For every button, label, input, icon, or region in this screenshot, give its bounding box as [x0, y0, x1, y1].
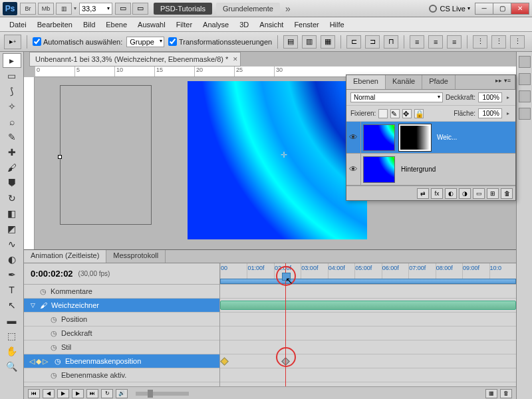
twirl-icon[interactable]: ▽ — [29, 302, 36, 309]
align-button[interactable]: ▤ — [283, 35, 298, 49]
stopwatch-icon[interactable]: ◷ — [51, 343, 57, 352]
layer-name[interactable]: Hintergrund — [397, 166, 515, 173]
dock-icon[interactable] — [519, 108, 531, 120]
new-layer-button[interactable]: ⊞ — [487, 188, 499, 199]
distribute-button[interactable]: ≡ — [447, 35, 462, 49]
delete-button[interactable]: 🗑 — [501, 188, 513, 199]
tab-animation[interactable]: Animation (Zeitleiste) — [24, 250, 106, 263]
distribute-button[interactable]: ⋮ — [510, 35, 525, 49]
menu-3d[interactable]: 3D — [234, 19, 254, 31]
pen-tool[interactable]: ✒ — [3, 267, 21, 282]
minimize-button[interactable]: ─ — [475, 3, 493, 15]
group-button[interactable]: ▭ — [473, 188, 485, 199]
fx-button[interactable]: fx — [431, 188, 443, 199]
fill-arrow-icon[interactable]: ▸ — [505, 110, 511, 116]
dodge-tool[interactable]: ◐ — [3, 252, 21, 267]
track-position[interactable]: ◷Position — [24, 313, 219, 327]
close-tab-icon[interactable]: ✕ — [233, 56, 238, 63]
layer-name[interactable]: Weic... — [433, 134, 515, 141]
lock-transparency-icon[interactable] — [378, 109, 388, 118]
work-area-bar[interactable] — [220, 279, 516, 284]
timeline-area[interactable]: 0001:00f02:00f03:00f04:00f05:00f06:00f07… — [220, 263, 516, 386]
eyedropper-tool[interactable]: ✎ — [3, 130, 21, 144]
tab-ebenen[interactable]: Ebenen — [346, 75, 386, 89]
transform-controls-checkbox[interactable]: Transformationssteuerungen — [168, 37, 272, 46]
link-layers-button[interactable]: ⇄ — [417, 188, 429, 199]
fill-field[interactable]: 100% — [478, 108, 502, 118]
dock-icon[interactable] — [519, 73, 531, 85]
layer-mask-thumbnail[interactable] — [399, 124, 431, 151]
menu-ebene[interactable]: Ebene — [100, 19, 132, 31]
track-ebenenmaskenposition[interactable]: ◁◆▷◷Ebenenmaskenposition — [24, 354, 219, 368]
playhead[interactable] — [285, 263, 286, 386]
prev-frame-button[interactable]: ◀ — [43, 389, 55, 398]
wand-tool[interactable]: ✧ — [3, 99, 21, 114]
menu-ansicht[interactable]: Ansicht — [254, 19, 289, 31]
hand-tool[interactable]: ✋ — [3, 344, 21, 358]
end-button[interactable]: ⏭ — [86, 389, 98, 398]
loop-button[interactable]: ↻ — [101, 389, 113, 398]
align-button[interactable]: ▦ — [321, 35, 335, 49]
stamp-tool[interactable]: ⛊ — [3, 176, 21, 190]
distribute-button[interactable]: ⋮ — [491, 35, 506, 49]
distribute-button[interactable]: ≡ — [410, 35, 424, 49]
menu-auswahl[interactable]: Auswahl — [132, 19, 171, 31]
marquee-tool[interactable]: ▭ — [3, 68, 21, 83]
timeline-row[interactable] — [220, 313, 516, 327]
path-tool[interactable]: ↖ — [3, 298, 21, 313]
auto-select-dropdown[interactable]: Gruppe — [126, 37, 164, 47]
gradient-tool[interactable]: ◩ — [3, 221, 21, 236]
dock-icon[interactable] — [519, 56, 531, 68]
heal-tool[interactable]: ✚ — [3, 145, 21, 160]
tab-pfade[interactable]: Pfade — [422, 75, 456, 89]
zoom-slider[interactable] — [136, 392, 189, 396]
track-weichzeichner[interactable]: ▽🖌Weichzeichner — [24, 299, 219, 313]
track-stil[interactable]: ◷Stil — [24, 340, 219, 354]
stopwatch-icon[interactable]: ◷ — [51, 315, 57, 324]
zoom-field[interactable]: 33,3▾ — [79, 3, 112, 15]
bridge-button[interactable]: Br — [20, 3, 36, 15]
blend-mode-dropdown[interactable]: Normal — [350, 92, 443, 102]
stopwatch-icon[interactable]: ◷ — [51, 329, 57, 338]
convert-frames-button[interactable]: ▦ — [485, 389, 497, 398]
tab-kanaele[interactable]: Kanäle — [386, 75, 422, 89]
menu-analyse[interactable]: Analyse — [198, 19, 234, 31]
time-ruler[interactable]: 0001:00f02:00f03:00f04:00f05:00f06:00f07… — [220, 263, 516, 285]
layer-thumbnail[interactable] — [363, 124, 395, 151]
menu-bild[interactable]: Bild — [78, 19, 100, 31]
menu-datei[interactable]: Datei — [4, 19, 32, 31]
distribute-button[interactable]: ≡ — [428, 35, 443, 49]
eraser-tool[interactable]: ◧ — [3, 206, 21, 221]
track-ebenenmaske-aktiv[interactable]: ◷Ebenenmaske aktiv. — [24, 368, 219, 382]
arrange-button[interactable]: ▭ — [115, 3, 131, 15]
delete-button[interactable]: 🗑 — [500, 389, 512, 398]
stopwatch-icon[interactable]: ◷ — [55, 357, 61, 366]
view-extras-button[interactable]: ▥ — [56, 3, 72, 15]
timeline-row[interactable] — [220, 368, 516, 382]
align-button[interactable]: ⊓ — [384, 35, 398, 49]
opacity-field[interactable]: 100% — [478, 92, 502, 102]
blur-tool[interactable]: ∿ — [3, 237, 21, 251]
panel-menu-icon[interactable]: ▸▸ ▾≡ — [491, 75, 515, 89]
timeline-row[interactable] — [220, 340, 516, 354]
add-key-icon[interactable]: ◆ — [36, 357, 41, 366]
rewind-button[interactable]: ⏮ — [28, 389, 40, 398]
transform-handle[interactable] — [58, 155, 62, 159]
layer-row[interactable]: 👁 Weic... — [346, 122, 515, 154]
visibility-icon[interactable]: 👁 — [346, 122, 361, 153]
next-key-icon[interactable]: ▷ — [43, 357, 48, 366]
shape-tool[interactable]: ▬ — [3, 313, 21, 328]
type-tool[interactable]: T — [3, 283, 21, 297]
workspace-tab-dark[interactable]: PSD-Tutorials — [154, 3, 212, 15]
opacity-arrow-icon[interactable]: ▸ — [505, 94, 511, 100]
distribute-button[interactable]: ⋮ — [473, 35, 487, 49]
track-kommentare[interactable]: ◷Kommentare — [24, 285, 219, 299]
align-button[interactable]: ⊏ — [346, 35, 361, 49]
play-button[interactable]: ▶ — [57, 389, 69, 398]
cslive[interactable]: CS Live▾ — [429, 5, 470, 13]
dock-icon[interactable] — [519, 90, 531, 102]
visibility-icon[interactable]: 👁 — [346, 154, 361, 185]
menu-fenster[interactable]: Fenster — [289, 19, 324, 31]
keyframe-icon[interactable] — [220, 357, 229, 366]
lasso-tool[interactable]: ⟆ — [3, 84, 21, 98]
